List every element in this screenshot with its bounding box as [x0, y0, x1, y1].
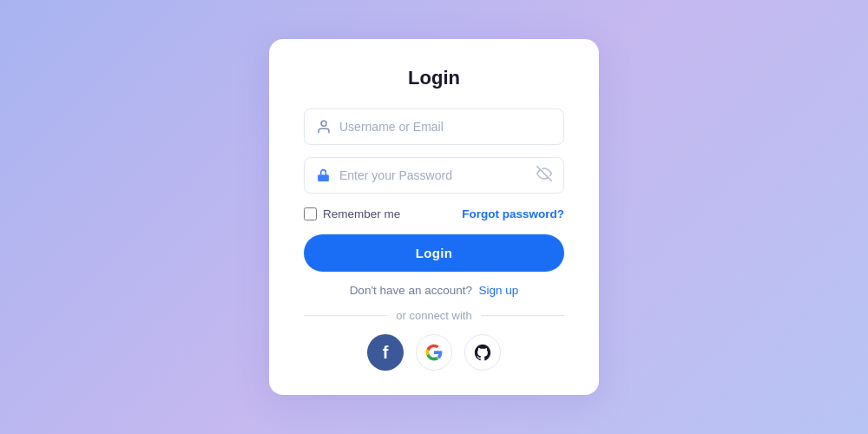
facebook-login-button[interactable]: f — [367, 334, 404, 371]
forgot-password-link[interactable]: Forgot password? — [462, 207, 564, 220]
page-title: Login — [408, 67, 460, 89]
user-icon — [316, 119, 332, 135]
github-login-button[interactable] — [464, 334, 501, 371]
facebook-icon: f — [383, 344, 389, 361]
username-input-group — [304, 108, 564, 145]
github-icon — [473, 343, 492, 362]
divider-line-right — [481, 315, 564, 316]
remember-me-label[interactable]: Remember me — [304, 207, 400, 220]
remember-me-text: Remember me — [323, 207, 400, 220]
signup-link[interactable]: Sign up — [479, 284, 519, 297]
divider: or connect with — [304, 309, 564, 322]
login-card: Login — [269, 39, 599, 395]
remember-me-checkbox[interactable] — [304, 207, 317, 220]
login-button[interactable]: Login — [304, 234, 564, 272]
signup-prompt-text: Don't have an account? — [350, 284, 472, 297]
social-row: f — [367, 334, 501, 371]
password-input-group — [304, 157, 564, 194]
divider-line-left — [304, 315, 387, 316]
toggle-password-icon[interactable] — [536, 166, 552, 185]
lock-icon — [316, 168, 331, 183]
password-input[interactable] — [304, 157, 564, 194]
username-input[interactable] — [304, 108, 564, 145]
options-row: Remember me Forgot password? — [304, 207, 564, 220]
google-login-button[interactable] — [416, 334, 452, 371]
divider-text: or connect with — [396, 309, 471, 322]
signup-prompt: Don't have an account? Sign up — [350, 284, 519, 297]
google-icon — [425, 344, 443, 361]
svg-point-0 — [321, 121, 326, 126]
